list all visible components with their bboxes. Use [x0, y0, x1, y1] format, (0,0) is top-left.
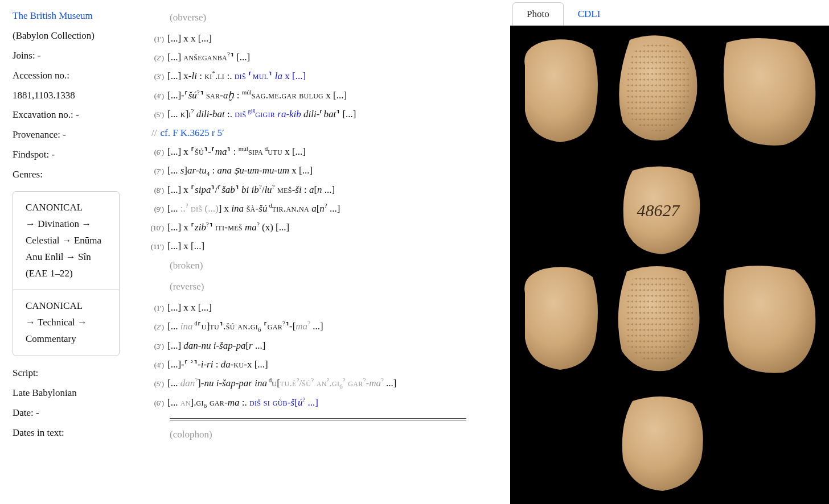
line-text: [... ina d⸢u]tu⸣.šú an.gi6 ⸢gar?⸣-[ma? .…	[167, 317, 494, 336]
line-text: [...] dan-nu i-šap-pa[r ...]	[167, 336, 494, 355]
line-number: (1′)	[149, 301, 167, 315]
genres-label: Genres:	[13, 167, 124, 183]
genre-path: → Divination → Celestial → Enūma Anu Enl…	[26, 216, 111, 282]
obv-line-6: (6′) [...] x ⸢šú⸣-⸢ma⸣ : múlsipa dutu x …	[149, 142, 494, 161]
accession-label: Accession no.:	[13, 68, 124, 84]
joins-row: Joins: -	[13, 48, 124, 64]
tab-cdli[interactable]: CDLI	[564, 2, 615, 26]
line-text: [...] anšeganba?⸣ [...]	[167, 48, 494, 67]
line-number: (10′)	[149, 221, 167, 235]
line-text: [...] x-li : ki*.li :. diš ⸢mul⸣ la x [.…	[167, 67, 494, 85]
findspot-value: -	[52, 149, 55, 160]
line-text: [... s]ar-tu4 : ana ṣu-um-mu-um x [...]	[167, 161, 494, 180]
obv-line-8: (8′) [...] x ⸢sipa⸣/⸢šab⸣ bi ib?/lu? meš…	[149, 180, 494, 199]
date-label: Date:	[13, 407, 34, 418]
line-text: [...]-⸢šú?⸣ sar-aḫ : múlsag.me.gar bulug…	[167, 86, 494, 105]
line-text: [...]-⸢ ʾ⸣-i-ri : da-ku-x [...]	[167, 355, 494, 374]
reverse-label: (reverse)	[170, 277, 494, 296]
provenance-label: Provenance:	[13, 129, 60, 140]
joins-label: Joins:	[13, 50, 35, 61]
obv-line-4: (4′) [...]-⸢šú?⸣ sar-aḫ : múlsag.me.gar …	[149, 86, 494, 105]
obv-line-9: (9′) [... :.? diš (...)] x ina šà-šú dti…	[149, 199, 494, 218]
findspot-row: Findspot: -	[13, 147, 124, 163]
line-text: [...] x ⸢zib?⸣ iti-meš ma? (x) [...]	[167, 218, 494, 237]
date-row: Date: -	[13, 405, 124, 422]
excavation-label: Excavation no.:	[13, 109, 73, 120]
genre-box: CANONICAL → Divination → Celestial → Enū…	[13, 191, 120, 356]
rev-line-5: (5′) [... dan?]-nu i-šap-par ina du[tu.è…	[149, 374, 494, 393]
line-number: (5′)	[149, 377, 167, 391]
parallel-link[interactable]: cf. F K.3625 r 5′	[160, 123, 224, 142]
excavation-value: -	[76, 109, 79, 120]
provenance-row: Provenance: -	[13, 127, 124, 143]
obv-line-3: (3′) [...] x-li : ki*.li :. diš ⸢mul⸣ la…	[149, 67, 494, 85]
script-label: Script:	[13, 365, 124, 382]
tablet-fragments-svg: 48627	[510, 26, 829, 503]
line-number: (1′)	[149, 32, 167, 46]
genre-canonical-1[interactable]: CANONICAL → Divination → Celestial → Enū…	[13, 192, 119, 290]
double-ruling	[170, 418, 466, 420]
line-number: (4′)	[149, 89, 167, 103]
excavation-row: Excavation no.: -	[13, 107, 124, 123]
broken-label: (broken)	[170, 256, 494, 275]
date-value: -	[36, 407, 39, 418]
line-number: (8′)	[149, 184, 167, 197]
genre-head: CANONICAL	[26, 298, 111, 315]
dates-in-text-label: Dates in text:	[13, 425, 124, 441]
tab-photo[interactable]: Photo	[512, 2, 564, 26]
rev-line-4: (4′) [...]-⸢ ʾ⸣-i-ri : da-ku-x [...]	[149, 355, 494, 374]
transliteration-pane: (obverse) (1′) [...] x x [...] (2′) [...…	[132, 0, 510, 504]
collection-name: (Babylon Collection)	[13, 28, 124, 44]
script-value: Late Babylonian	[13, 385, 124, 402]
line-number: (7′)	[149, 164, 167, 178]
line-number: (11′)	[149, 240, 167, 254]
photo-tabs: Photo CDLI	[510, 0, 829, 26]
line-number: (6′)	[149, 396, 167, 410]
line-text: [...] x ⸢šú⸣-⸢ma⸣ : múlsipa dutu x [...]	[167, 142, 494, 161]
rev-line-6: (6′) [... an].gi6 gar-ma :. diš si gùb-š…	[149, 393, 494, 412]
obv-line-11: (11′) [...] x [...]	[149, 237, 494, 255]
line-number: (2′)	[149, 320, 167, 334]
findspot-label: Findspot:	[13, 149, 49, 160]
line-text: [...] x ⸢sipa⸣/⸢šab⸣ bi ib?/lu? meš-ši :…	[167, 180, 494, 199]
line-number: (4′)	[149, 358, 167, 372]
colophon-label: (colophon)	[170, 425, 494, 444]
line-number: (9′)	[149, 203, 167, 216]
line-text: [... dan?]-nu i-šap-par ina du[tu.è?/šú?…	[167, 374, 494, 393]
tablet-photo[interactable]: 48627	[510, 26, 829, 504]
rev-line-1: (1′) [...] x x [...]	[149, 298, 494, 317]
genre-canonical-2[interactable]: CANONICAL → Technical → Commentary	[13, 290, 119, 356]
rev-line-3: (3′) [...] dan-nu i-šap-pa[r ...]	[149, 336, 494, 355]
provenance-value: -	[63, 129, 66, 140]
parallel-reference[interactable]: // cf. F K.3625 r 5′	[151, 123, 494, 142]
genre-head: CANONICAL	[26, 200, 111, 216]
line-number: (6′)	[149, 146, 167, 159]
rev-line-2: (2′) [... ina d⸢u]tu⸣.šú an.gi6 ⸢gar?⸣-[…	[149, 317, 494, 336]
line-text: [... an].gi6 gar-ma :. diš si gùb-š[ú? .…	[167, 393, 494, 412]
tablet-number: 48627	[637, 201, 681, 220]
line-text: [...] x x [...]	[167, 298, 494, 317]
line-text: [...] x [...]	[167, 237, 494, 255]
metadata-sidebar: The British Museum (Babylon Collection) …	[0, 0, 132, 504]
line-number: (5′)	[149, 108, 167, 122]
line-text: [... :.? diš (...)] x ina šà-šú dtir.an.…	[167, 199, 494, 218]
obv-line-7: (7′) [... s]ar-tu4 : ana ṣu-um-mu-um x […	[149, 161, 494, 180]
accession-value: 1881,1103.1338	[13, 88, 124, 104]
line-text: [...] x x [...]	[167, 29, 494, 48]
obv-line-2: (2′) [...] anšeganba?⸣ [...]	[149, 48, 494, 67]
line-number: (3′)	[149, 340, 167, 353]
parallel-marker: //	[151, 123, 157, 142]
line-text: [... k]i? dili-bat :. diš gišgigir ra-ki…	[167, 105, 494, 123]
line-number: (2′)	[149, 51, 167, 65]
obv-line-10: (10′) [...] x ⸢zib?⸣ iti-meš ma? (x) [..…	[149, 218, 494, 237]
obv-line-5: (5′) [... k]i? dili-bat :. diš gišgigir …	[149, 105, 494, 123]
obv-line-1: (1′) [...] x x [...]	[149, 29, 494, 48]
photo-pane: Photo CDLI	[510, 0, 829, 504]
joins-value: -	[38, 50, 41, 61]
line-number: (3′)	[149, 70, 167, 84]
museum-link[interactable]: The British Museum	[13, 8, 124, 24]
obverse-label: (obverse)	[170, 8, 494, 27]
genre-path: → Technical → Commentary	[26, 315, 111, 348]
